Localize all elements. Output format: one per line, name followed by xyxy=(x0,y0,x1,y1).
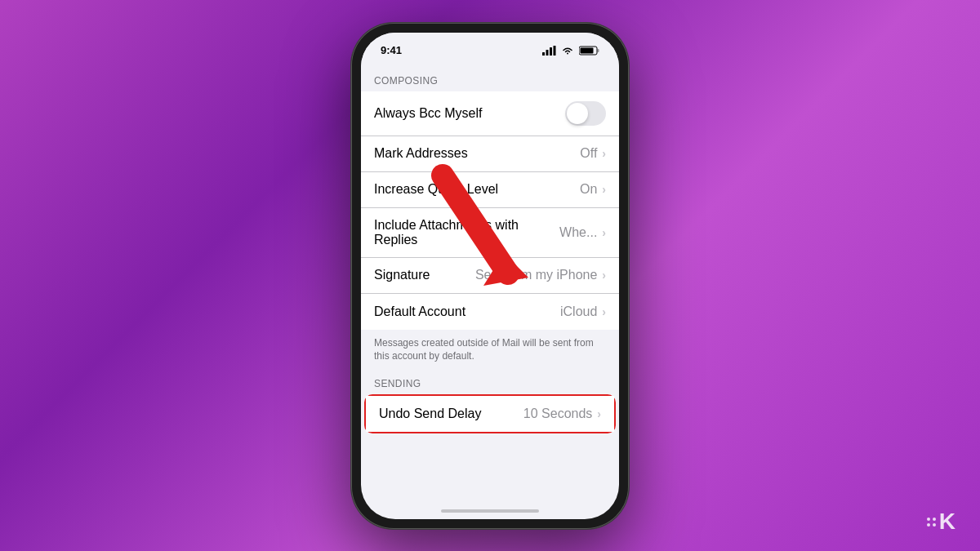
include-attachments-chevron: › xyxy=(602,226,606,239)
home-indicator xyxy=(441,509,539,513)
signal-icon xyxy=(542,46,556,56)
svg-rect-0 xyxy=(542,52,545,56)
svg-rect-5 xyxy=(598,49,599,52)
increase-quote-row[interactable]: Increase Quote Level On › xyxy=(361,172,619,208)
mark-addresses-right: Off › xyxy=(580,146,606,161)
svg-rect-6 xyxy=(581,47,594,53)
undo-send-chevron: › xyxy=(597,407,601,420)
mark-addresses-chevron: › xyxy=(602,147,606,160)
toggle-knob xyxy=(567,103,588,124)
always-bcc-label: Always Bcc Myself xyxy=(374,106,482,121)
include-attachments-value: Whe... xyxy=(559,225,597,240)
default-account-right: iCloud › xyxy=(560,304,606,319)
phone-screen: 9:41 xyxy=(361,33,619,519)
increase-quote-right: On › xyxy=(580,182,606,197)
watermark: K xyxy=(927,509,956,535)
undo-send-right: 10 Seconds › xyxy=(523,407,601,421)
signature-right: Sent from my iPhone › xyxy=(475,268,606,282)
settings-container: COMPOSING Always Bcc Myself Mark Address… xyxy=(361,69,619,434)
dot-3 xyxy=(927,523,930,527)
default-account-value: iCloud xyxy=(560,304,597,319)
status-icons xyxy=(542,46,599,56)
watermark-letter: K xyxy=(939,509,956,535)
highlighted-wrapper: Undo Send Delay 10 Seconds › xyxy=(361,394,619,433)
include-attachments-right: Whe... › xyxy=(559,225,606,240)
always-bcc-row[interactable]: Always Bcc Myself xyxy=(361,91,619,136)
signature-value: Sent from my iPhone xyxy=(475,268,597,282)
signature-label: Signature xyxy=(374,268,430,282)
svg-rect-1 xyxy=(546,50,549,56)
battery-icon xyxy=(579,46,599,56)
default-account-chevron: › xyxy=(602,305,606,318)
screen-content: 9:41 xyxy=(361,33,619,519)
undo-send-highlight-border: Undo Send Delay 10 Seconds › xyxy=(364,394,616,433)
time-label: 9:41 xyxy=(381,44,402,56)
composing-section-header: COMPOSING xyxy=(361,69,619,91)
increase-quote-value: On xyxy=(580,182,597,197)
sending-section-header: SENDING xyxy=(361,371,619,394)
phone-frame: 9:41 xyxy=(351,23,629,529)
undo-send-label: Undo Send Delay xyxy=(379,407,481,421)
svg-rect-2 xyxy=(550,47,552,56)
dot-2 xyxy=(933,518,936,521)
mark-addresses-value: Off xyxy=(580,146,597,161)
increase-quote-chevron: › xyxy=(602,183,606,196)
increase-quote-label: Increase Quote Level xyxy=(374,182,498,197)
always-bcc-toggle[interactable] xyxy=(565,101,606,126)
default-account-label: Default Account xyxy=(374,304,466,319)
undo-send-value: 10 Seconds xyxy=(523,407,593,421)
status-bar: 9:41 xyxy=(361,33,619,69)
composing-footer: Messages created outside of Mail will be… xyxy=(361,330,619,372)
signature-chevron: › xyxy=(602,269,606,282)
svg-rect-3 xyxy=(554,46,556,56)
dot-1 xyxy=(927,518,930,521)
watermark-dots xyxy=(927,518,936,527)
include-attachments-row[interactable]: Include Attachments with Replies Whe... … xyxy=(361,208,619,258)
include-attachments-label: Include Attachments with Replies xyxy=(374,218,559,247)
undo-send-delay-row[interactable]: Undo Send Delay 10 Seconds › xyxy=(366,396,614,432)
composing-group: Always Bcc Myself Mark Addresses Off › xyxy=(361,91,619,330)
mark-addresses-row[interactable]: Mark Addresses Off › xyxy=(361,136,619,172)
dot-4 xyxy=(933,523,936,527)
mark-addresses-label: Mark Addresses xyxy=(374,146,468,161)
default-account-row[interactable]: Default Account iCloud › xyxy=(361,294,619,330)
signature-row[interactable]: Signature Sent from my iPhone › xyxy=(361,258,619,294)
wifi-icon xyxy=(561,46,574,56)
